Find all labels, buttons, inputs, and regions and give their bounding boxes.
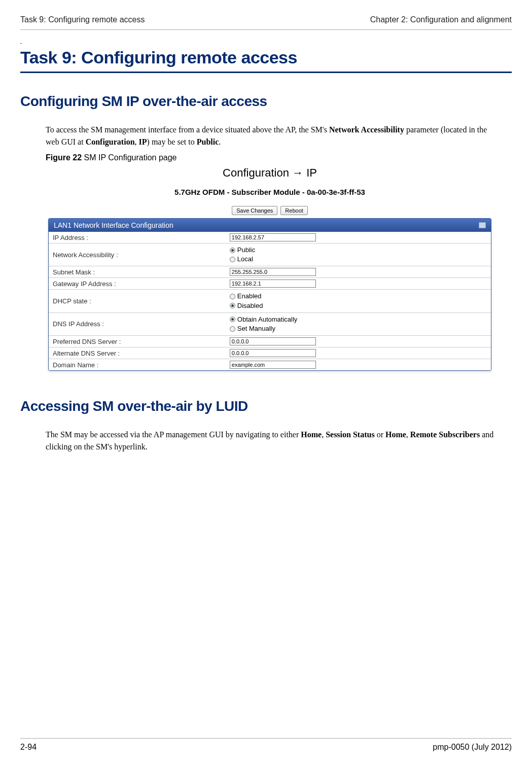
text: . <box>219 137 221 146</box>
reboot-button[interactable]: Reboot <box>280 206 307 215</box>
alternate-dns-label: Alternate DNS Server : <box>49 347 226 359</box>
save-changes-button[interactable]: Save Changes <box>232 206 277 215</box>
figure-breadcrumb: Configuration → IP <box>48 166 491 180</box>
radio-public-label: Public <box>237 246 255 255</box>
gateway-ip-label: Gateway IP Address : <box>49 278 226 290</box>
radio-dns-manual-label: Set Manually <box>237 324 275 333</box>
table-row: Domain Name : <box>49 359 491 371</box>
text: , <box>322 430 326 439</box>
table-row: Network Accessibility : Public Local <box>49 243 491 266</box>
dhcp-state-label: DHCP state : <box>49 290 226 312</box>
subnet-mask-input[interactable] <box>230 268 316 276</box>
task-title: Task 9: Configuring remote access <box>20 48 512 73</box>
bold-text: Configuration <box>86 137 135 146</box>
gateway-ip-input[interactable] <box>230 280 316 288</box>
radio-dhcp-enabled-label: Enabled <box>237 292 262 301</box>
preferred-dns-input[interactable] <box>230 337 316 345</box>
radio-public[interactable] <box>230 248 235 253</box>
preferred-dns-label: Preferred DNS Server : <box>49 336 226 347</box>
ip-address-input[interactable] <box>230 233 316 241</box>
panel-collapse-icon[interactable] <box>479 222 486 228</box>
config-panel: LAN1 Network Interface Configuration IP … <box>48 218 491 371</box>
ip-address-label: IP Address : <box>49 232 226 243</box>
radio-dhcp-disabled-label: Disabled <box>237 301 263 310</box>
section2-paragraph: The SM may be accessed via the AP manage… <box>46 429 502 453</box>
domain-name-label: Domain Name : <box>49 359 226 371</box>
figure-subtitle: 5.7GHz OFDM - Subscriber Module - 0a-00-… <box>48 188 491 196</box>
config-table: IP Address : Network Accessibility : Pub… <box>49 232 491 370</box>
bold-text: Remote Subscribers <box>410 430 480 439</box>
radio-dhcp-disabled[interactable] <box>230 303 235 308</box>
figure-title: SM IP Configuration page <box>82 153 176 162</box>
footer-doc-id: pmp-0050 (July 2012) <box>433 743 512 752</box>
header-right: Chapter 2: Configuration and alignment <box>370 15 512 24</box>
radio-local-label: Local <box>237 255 253 264</box>
header-left: Task 9: Configuring remote access <box>20 15 145 24</box>
bold-text: Home <box>301 430 322 439</box>
table-row: DHCP state : Enabled Disabled <box>49 290 491 312</box>
bold-text: Home <box>385 430 406 439</box>
dash-mark: - <box>20 40 512 46</box>
network-accessibility-label: Network Accessibility : <box>49 243 226 266</box>
text: or <box>375 430 385 439</box>
text: , <box>406 430 410 439</box>
text: , <box>135 137 139 146</box>
section1-title: Configuring SM IP over-the-air access <box>20 93 512 110</box>
table-row: Gateway IP Address : <box>49 278 491 290</box>
radio-local[interactable] <box>230 257 235 262</box>
panel-header: LAN1 Network Interface Configuration <box>49 219 491 232</box>
figure-container: Configuration → IP 5.7GHz OFDM - Subscri… <box>48 166 491 371</box>
bold-text: Network Accessibility <box>329 125 404 134</box>
dns-ip-label: DNS IP Address : <box>49 312 226 335</box>
panel-title: LAN1 Network Interface Configuration <box>54 221 173 229</box>
table-row: Subnet Mask : <box>49 266 491 278</box>
alternate-dns-input[interactable] <box>230 349 316 357</box>
figure-caption: Figure 22 SM IP Configuration page <box>46 153 512 162</box>
text: The SM may be accessed via the AP manage… <box>46 430 301 439</box>
domain-name-input[interactable] <box>230 361 316 369</box>
subnet-mask-label: Subnet Mask : <box>49 266 226 278</box>
section1-paragraph: To access the SM management interface fr… <box>46 124 502 148</box>
table-row: DNS IP Address : Obtain Automatically Se… <box>49 312 491 335</box>
radio-dns-auto[interactable] <box>230 317 235 322</box>
bold-text: IP <box>139 137 147 146</box>
section2-title: Accessing SM over-the-air by LUID <box>20 398 512 414</box>
table-row: Alternate DNS Server : <box>49 347 491 359</box>
radio-dhcp-enabled[interactable] <box>230 294 235 299</box>
bold-text: Session Status <box>326 430 374 439</box>
text: To access the SM management interface fr… <box>46 125 329 134</box>
radio-dns-auto-label: Obtain Automatically <box>237 315 298 324</box>
bold-text: Public <box>197 137 219 146</box>
table-row: IP Address : <box>49 232 491 243</box>
footer-page-number: 2-94 <box>20 743 37 752</box>
radio-dns-manual[interactable] <box>230 326 235 332</box>
figure-number: Figure 22 <box>46 153 82 162</box>
table-row: Preferred DNS Server : <box>49 336 491 347</box>
text: ) may be set to <box>147 137 197 146</box>
